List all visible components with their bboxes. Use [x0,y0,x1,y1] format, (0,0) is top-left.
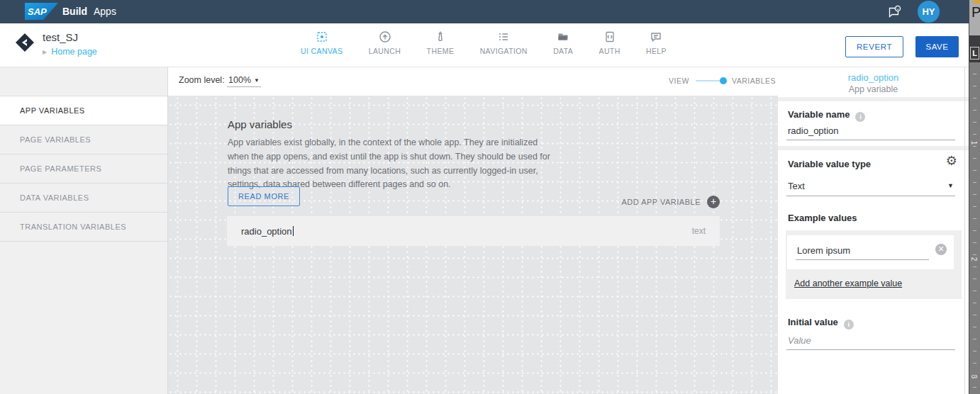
nav-data[interactable]: DATA [553,30,573,55]
sidebar-item-data-variables[interactable]: DATA VARIABLES [0,184,167,213]
sap-logo: SAP [25,3,58,20]
zoom-label: Zoom level: [179,75,225,85]
help-icon [650,30,662,43]
variable-row[interactable]: radio_option text [227,216,720,246]
sidebar-item-translation-variables[interactable]: TRANSLATION VARIABLES [0,213,167,242]
ruler-number: 3 [970,375,978,379]
nav-label: AUTH [598,47,620,55]
nav-label: THEME [427,47,455,55]
auth-icon [603,30,616,43]
inspector-subtitle: App variable [778,83,969,94]
chevron-right-icon: ▶ [43,49,47,55]
variable-type-badge: text [692,226,706,236]
add-app-variable-label: ADD APP VARIABLE [621,198,701,206]
nav-navigation[interactable]: NAVIGATION [480,30,528,55]
nav-ui-canvas[interactable]: UI CANVAS [301,30,343,55]
canvas-area: Zoom level: 100%▼ VIEW VARIABLES App var… [168,67,778,394]
canvas-icon [316,30,328,43]
variable-name-input[interactable] [786,125,955,140]
variable-name-section: Variable namei [778,101,969,146]
inspector-panel: radio_option App variable Variable namei… [778,67,969,394]
value-type-select[interactable]: Text ▼ [786,181,955,196]
app-title: test_SJ [43,31,78,43]
background-window-text: P [969,0,980,35]
background-window-ruler: 1 2 3 [969,62,980,394]
remove-example-icon[interactable]: ✕ [935,244,947,255]
value-type-label: Variable value type [788,159,871,169]
user-avatar[interactable]: HY [918,1,940,23]
nav-label: NAVIGATION [480,47,528,55]
add-app-variable-button[interactable]: ADD APP VARIABLE + [621,196,720,208]
panel-divider [964,67,965,394]
ruler-number: 2 [970,257,978,261]
example-values-container: ✕ Add another example value [786,230,962,299]
text-cursor [293,226,294,236]
brand-title: BuildApps [62,6,116,17]
data-icon [557,30,569,43]
initial-value-input[interactable] [786,335,955,350]
info-icon[interactable]: i [855,112,865,122]
nav-theme[interactable]: THEME [427,30,455,55]
svg-text:SAP: SAP [28,6,47,17]
zoom-dropdown[interactable]: 100%▼ [227,75,261,87]
background-window-accent [974,0,980,4]
variable-name-label: Variable namei [788,109,865,122]
chevron-down-icon: ▼ [947,182,954,189]
breadcrumb[interactable]: ▶Home page [43,47,97,57]
plus-icon: + [707,196,720,208]
save-button[interactable]: SAVE [915,36,959,57]
variables-sidebar: APP VARIABLES PAGE VARIABLES PAGE PARAME… [0,67,168,394]
variable-config-section: Variable value type ⚙ Text ▼ Example val… [778,150,969,394]
feedback-icon[interactable] [887,4,903,20]
read-more-button[interactable]: READ MORE [228,186,300,206]
navigation-icon [497,30,510,43]
ruler-number: 1 [970,141,978,145]
nav-launch[interactable]: LAUNCH [369,30,401,55]
view-variables-toggle: VIEW VARIABLES [669,77,776,85]
toggle-knob[interactable] [720,77,727,84]
inspector-header: radio_option App variable [778,67,969,97]
theme-icon [434,30,447,43]
top-app-bar: SAP BuildApps HY [0,0,969,23]
main-nav: UI CANVAS LAUNCH THEME NAVIGATION [301,30,667,55]
canvas-top-strip: Zoom level: 100%▼ VIEW VARIABLES [168,67,778,96]
toggle-track[interactable] [696,80,725,81]
app-variables-description: App variables exist globally, in the con… [228,136,555,192]
sidebar-item-app-variables[interactable]: APP VARIABLES [0,96,167,125]
editor-toolbar: test_SJ ▶Home page UI CANVAS LAUNCH THEM… [0,23,969,67]
app-logo-icon [15,33,35,52]
breadcrumb-page-link[interactable]: Home page [51,47,97,57]
nav-label: LAUNCH [369,47,401,55]
sidebar-spacer [0,67,167,96]
background-window-badge: L [970,47,979,60]
nav-auth[interactable]: AUTH [598,30,620,55]
example-value-card: ✕ [787,235,954,269]
chevron-down-icon: ▼ [254,77,260,84]
toggle-view-label[interactable]: VIEW [669,77,689,85]
gear-icon[interactable]: ⚙ [946,154,957,167]
example-values-label: Example values [788,213,857,223]
page-title: App variables [228,118,292,130]
nav-label: HELP [646,47,667,55]
nav-label: DATA [553,47,573,55]
background-window-toolbar: L [969,35,980,62]
inspector-title: radio_option [778,67,969,83]
info-icon[interactable]: i [844,320,854,330]
variable-name-text: radio_option [241,226,292,237]
add-example-link[interactable]: Add another example value [794,278,902,288]
zoom-control: Zoom level: 100%▼ [179,75,261,87]
nav-label: UI CANVAS [301,47,343,55]
initial-value-label: Initial valuei [788,317,854,330]
toggle-variables-label[interactable]: VARIABLES [732,77,776,85]
revert-button[interactable]: REVERT [845,36,903,57]
nav-help[interactable]: HELP [646,30,667,55]
background-window-edge: P L 1 2 3 [969,0,980,394]
canvas-grid: App variables App variables exist global… [168,96,778,394]
launch-icon [379,30,391,43]
example-value-input[interactable] [796,245,929,260]
sidebar-item-page-variables[interactable]: PAGE VARIABLES [0,125,167,154]
sidebar-item-page-parameters[interactable]: PAGE PARAMETERS [0,154,167,184]
